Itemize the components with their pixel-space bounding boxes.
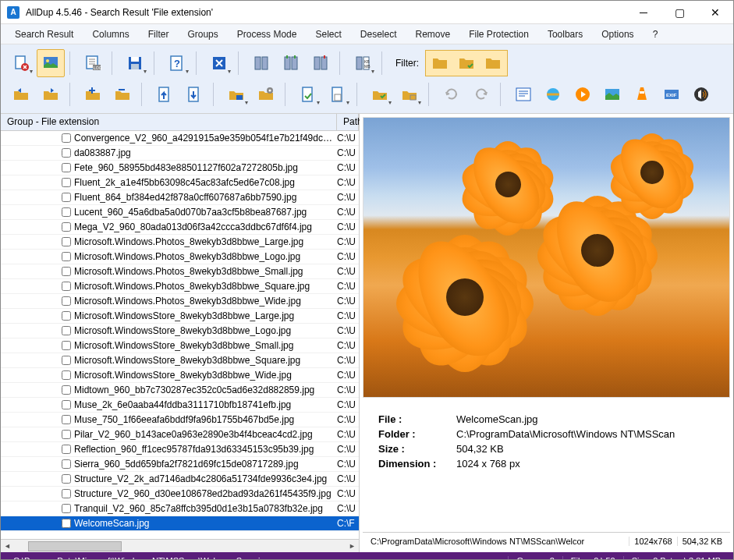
column-path[interactable]: Path (337, 114, 359, 130)
row-checkbox[interactable] (62, 489, 71, 498)
row-checkbox[interactable] (62, 519, 71, 528)
row-checkbox[interactable] (62, 504, 71, 513)
menu-process-mode[interactable]: Process Mode (229, 27, 305, 42)
row-checkbox[interactable] (62, 356, 71, 365)
grid-body[interactable]: Convergence_V2_960_a4291915a9e359b054f1e… (1, 131, 359, 539)
table-row[interactable]: Mega_V2_960_80ada013d06f3a42ccca3ddbc67d… (1, 220, 359, 235)
filter-folder-check[interactable] (454, 52, 479, 74)
table-row[interactable]: Sierra_960_5dd659bfa2f7821d69fc15de08717… (1, 457, 359, 472)
vlc-button[interactable] (628, 80, 656, 108)
table-row[interactable]: Microsoft.WindowsStore_8wekyb3d8bbwe_Wid… (1, 368, 359, 383)
table-row[interactable]: Microsoft.Windows.Photos_8wekyb3d8bbwe_S… (1, 264, 359, 279)
redo-button[interactable] (467, 80, 495, 108)
doc-check-button[interactable]: ▾ (294, 80, 322, 108)
menu-remove[interactable]: Remove (408, 27, 459, 42)
folder-blue-button[interactable]: ▾ (222, 80, 250, 108)
table-row[interactable]: Reflection_960_ff1cec95787fda913d6334515… (1, 442, 359, 457)
image-preview-button[interactable] (37, 49, 65, 77)
row-checkbox[interactable] (62, 148, 71, 158)
table-row[interactable]: Microsoft.Windows.Photos_8wekyb3d8bbwe_S… (1, 279, 359, 294)
table-row[interactable]: WelcomeScan.jpgC:\F (1, 516, 359, 531)
menu-groups[interactable]: Groups (179, 27, 225, 42)
help-button[interactable]: ?▾ (163, 49, 191, 77)
row-checkbox[interactable] (62, 178, 71, 187)
folder-uncheck-button[interactable]: ▾ (395, 80, 424, 108)
minimize-button[interactable]: ─ (626, 1, 661, 24)
doc-up-button[interactable] (151, 80, 179, 108)
row-checkbox[interactable] (62, 237, 71, 246)
table-row[interactable]: Muse_2k_6e0aaba44fddba3111710bfb18741efb… (1, 398, 359, 413)
row-checkbox[interactable] (62, 222, 71, 232)
doc-uncheck-button[interactable]: ▾ (324, 80, 352, 108)
columns-1-button[interactable] (247, 49, 275, 77)
menu-filter[interactable]: Filter (140, 27, 177, 42)
folder-gear-button[interactable] (252, 80, 280, 108)
table-row[interactable]: Pilar_V2_960_b143ace0a963e2890e3b4f4bcea… (1, 427, 359, 442)
table-row[interactable]: Microsoft.WindowsStore_8wekyb3d8bbwe_Squ… (1, 353, 359, 368)
undo-button[interactable] (438, 80, 466, 108)
row-checkbox[interactable] (62, 193, 71, 202)
columns-3-button[interactable] (307, 49, 335, 77)
exif-button[interactable]: EXIF (658, 80, 686, 108)
table-row[interactable]: Midtown_960_bb7c730287ec352c0c5ad6e32d88… (1, 383, 359, 398)
menu-file-protection[interactable]: File Protection (461, 27, 537, 42)
table-row[interactable]: Structure_V2_960_d30ee108678ed2bad93da26… (1, 487, 359, 502)
filter-folder-1[interactable] (427, 52, 452, 74)
save-button[interactable]: ▾ (121, 49, 149, 77)
table-row[interactable]: Tranquil_V2_960_85c7a8ffcb395d0d1e3b15a0… (1, 502, 359, 516)
row-checkbox[interactable] (62, 341, 71, 350)
row-checkbox[interactable] (62, 311, 71, 321)
row-checkbox[interactable] (62, 445, 71, 454)
table-row[interactable]: Microsoft.Windows.Photos_8wekyb3d8bbwe_L… (1, 235, 359, 250)
table-row[interactable]: Lucent_960_45a6dba5a0d070b7aa3cf5b8bea87… (1, 205, 359, 220)
folder-plus-button[interactable] (79, 80, 107, 108)
column-group[interactable]: Group - File extension (1, 114, 337, 130)
filter-folder-3[interactable] (480, 52, 505, 74)
table-row[interactable]: Microsoft.Windows.Photos_8wekyb3d8bbwe_W… (1, 294, 359, 309)
row-checkbox[interactable] (62, 385, 71, 395)
row-checkbox[interactable] (62, 296, 71, 306)
table-row[interactable]: Fluent_864_bf384ed42f878a0cff607687a6bb7… (1, 190, 359, 205)
folder-left-button[interactable] (7, 80, 35, 108)
menu-deselect[interactable]: Deselect (353, 27, 405, 42)
folder-check-button[interactable]: ▾ (366, 80, 394, 108)
table-row[interactable]: Microsoft.WindowsStore_8wekyb3d8bbwe_Lar… (1, 309, 359, 324)
row-checkbox[interactable] (62, 430, 71, 439)
menu--[interactable]: ? (645, 27, 666, 42)
row-checkbox[interactable] (62, 133, 71, 143)
row-checkbox[interactable] (62, 267, 71, 276)
horizontal-scrollbar[interactable]: ◄ ► (1, 539, 359, 552)
text-view-button[interactable] (509, 80, 537, 108)
menu-options[interactable]: Options (594, 27, 641, 42)
table-row[interactable]: Structure_V2_2k_ad7146adb4c2806a51734fde… (1, 472, 359, 487)
row-checkbox[interactable] (62, 370, 71, 380)
table-row[interactable]: Microsoft.Windows.Photos_8wekyb3d8bbwe_L… (1, 250, 359, 264)
ie-button[interactable] (539, 80, 567, 108)
picture-button[interactable] (598, 80, 626, 108)
maximize-button[interactable]: ▢ (661, 1, 697, 24)
menu-toolbars[interactable]: Toolbars (540, 27, 590, 42)
row-checkbox[interactable] (62, 282, 71, 291)
table-row[interactable]: Microsoft.WindowsStore_8wekyb3d8bbwe_Sma… (1, 338, 359, 353)
media-player-button[interactable] (569, 80, 597, 108)
row-checkbox[interactable] (62, 474, 71, 484)
row-checkbox[interactable] (62, 163, 71, 172)
table-row[interactable]: Fluent_2k_a1e4f5bb63098c45ac83afc5ed6e7c… (1, 175, 359, 190)
row-checkbox[interactable] (62, 326, 71, 335)
menu-columns[interactable]: Columns (84, 27, 137, 42)
close-button[interactable]: ✕ (697, 1, 733, 24)
menu-select[interactable]: Select (307, 27, 349, 42)
row-checkbox[interactable] (62, 459, 71, 469)
table-row[interactable]: Microsoft.WindowsStore_8wekyb3d8bbwe_Log… (1, 324, 359, 338)
row-checkbox[interactable] (62, 252, 71, 261)
doc-delete-button[interactable]: ▾ (7, 49, 35, 77)
doc-down-button[interactable] (180, 80, 208, 108)
table-row[interactable]: da083887.jpgC:\U (1, 146, 359, 161)
row-checkbox[interactable] (62, 207, 71, 217)
table-row[interactable]: Fete_960_58955bd483e88501127f602a7272805… (1, 161, 359, 175)
folder-right-button[interactable] (37, 80, 65, 108)
sound-button[interactable] (687, 80, 715, 108)
table-row[interactable]: Muse_750_1f66eeafa6bddf9fa96b1755b467bd5… (1, 413, 359, 427)
menu-search-result[interactable]: Search Result (7, 27, 81, 42)
folder-minus-button[interactable] (108, 80, 137, 108)
